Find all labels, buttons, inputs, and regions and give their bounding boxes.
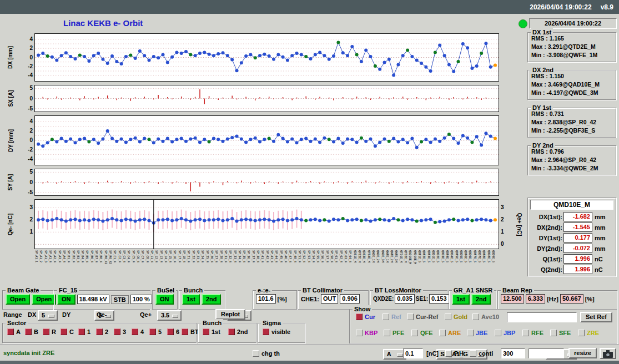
set-ref-button[interactable]: Set Ref (580, 312, 612, 322)
show-ave10-checkbox[interactable] (472, 314, 479, 320)
x-axis-tick-label: QAD10E_M (409, 250, 412, 264)
y-tick-label: 2 (18, 46, 33, 51)
x-axis-tick-label: SP_43_4 (270, 250, 274, 262)
x-axis-tick-label: SP_23_4 (197, 250, 200, 262)
conti-checkbox[interactable] (470, 350, 476, 357)
sector-3-label: 3 (123, 328, 126, 335)
show-zre-checkbox[interactable] (578, 330, 585, 336)
sigma-visible-checkbox[interactable] (263, 328, 269, 335)
fc15-on-button[interactable]: ON (57, 294, 76, 305)
x-axis-tick-label: SP_B6_4 (90, 250, 94, 262)
x-axis-tick-label: SP_52_4 (303, 250, 306, 262)
x-axis-tick-label: SP_A4_4 (63, 250, 66, 262)
sector-6-checkbox[interactable] (167, 328, 174, 335)
points-input[interactable] (501, 348, 525, 358)
x-axis-tick-label: SP_B2_4 (72, 250, 76, 262)
sector-b-checkbox[interactable] (25, 328, 32, 335)
show-ref-checkbox[interactable] (383, 314, 389, 320)
sector-item-bt: BT (182, 328, 199, 335)
beam-rep-hz-unit: [Hz] (547, 296, 558, 302)
sector-1-checkbox[interactable] (78, 328, 85, 335)
show-gold-checkbox[interactable] (445, 314, 451, 320)
bunch-2nd-button[interactable]: 2nd (202, 294, 222, 305)
show-pfe-checkbox[interactable] (384, 330, 390, 336)
bunch-2nd-checkbox[interactable] (228, 328, 235, 335)
sector-bt-checkbox[interactable] (182, 328, 188, 335)
resize-button[interactable]: resize (568, 348, 597, 358)
range-dx-select[interactable]: 5 (38, 310, 58, 321)
ph-checkbox[interactable] (445, 350, 452, 357)
statusbar-divider (0, 344, 619, 345)
chg-th-checkbox[interactable] (253, 350, 259, 357)
sector-4-label: 4 (140, 328, 144, 335)
x-axis-tick-label: SP_B8_4 (99, 250, 103, 262)
spare-input[interactable] (529, 348, 564, 358)
plot-sy[interactable]: SY [A] 50-5 (34, 169, 499, 196)
sector-a-label: A (16, 328, 21, 335)
bunch-select-group: Bunch 1st 2nd (198, 323, 256, 343)
bunch-1st-button[interactable]: 1st (182, 294, 200, 305)
gr-a1-2nd-button[interactable]: 2nd (471, 294, 491, 305)
plot-sx[interactable]: SX [A] 50-5 (34, 85, 499, 112)
plot-qe[interactable]: Qe- [nC] Qe+ [nC] 3213210 (34, 199, 499, 249)
stat-rms: RMS : 1.165 (531, 35, 564, 42)
show-are-checkbox[interactable] (439, 330, 446, 336)
sector-item-5: 5 (149, 328, 162, 335)
x-axis-tick-label: SP_B7_4 (95, 250, 98, 262)
fc15-pct-display: 100 % (130, 295, 152, 304)
range-qem-select[interactable]: 3.5 (157, 310, 182, 321)
stat-rms: RMS : 0.731 (531, 110, 564, 117)
che1-status-display: OUT (321, 294, 338, 304)
show-qfe-checkbox[interactable] (411, 330, 418, 336)
range-qep-label: Qe+ (140, 311, 152, 318)
bunch-item-1st: 1st (203, 328, 220, 335)
replot-button[interactable]: Replot (215, 309, 245, 320)
show-item-sfe: SFE (550, 330, 571, 336)
sector-a-checkbox[interactable] (7, 328, 14, 335)
busel-on-button[interactable]: ON (155, 294, 174, 305)
show-rfe-checkbox[interactable] (522, 330, 529, 336)
sector-r-checkbox[interactable] (43, 328, 49, 335)
titlebar: 2026/04/04 19:00:22 v8.9 (0, 0, 619, 14)
sector-c-checkbox[interactable] (61, 328, 67, 335)
x-axis-labels: SP_A1_1SP_A1_2SP_A1_3SP_A1_4SP_A2_4SP_A3… (35, 249, 499, 285)
snapshot-button[interactable] (600, 348, 616, 359)
beam-gate-open-button-2[interactable]: Open (32, 294, 56, 305)
x-axis-tick-label: SP_R0_42 (109, 250, 112, 264)
show-cur-checkbox[interactable] (356, 314, 363, 320)
show-kbp-label: KBP (365, 330, 378, 336)
bpm-monitor-panel: QMD10E_M DX(1st): -1.682 mm DX(2nd): -1.… (527, 198, 616, 276)
monitor-row: Q(2nd): 1.996 nC (529, 265, 603, 274)
threshold-input[interactable] (403, 348, 423, 358)
plot-dx[interactable]: DX [mm] 420-2-4 (34, 33, 499, 82)
range-qem-label: Qe- (97, 311, 107, 318)
bunch-1st-checkbox[interactable] (203, 328, 209, 335)
group-title: Sigma (261, 319, 283, 327)
show-sfe-label: SFE (559, 330, 571, 336)
y-tick-label: 2 (18, 217, 33, 223)
x-axis-tick-label: QTD1E_M (400, 250, 403, 262)
stat-min: Min : -3.334@QWDE_2M (531, 165, 598, 171)
show-pfe-label: PFE (392, 330, 404, 336)
threshold-unit: [nC] (426, 350, 439, 357)
ref-name-input[interactable] (507, 312, 577, 322)
show-kbp-checkbox[interactable] (356, 330, 363, 336)
show-jbe-checkbox[interactable] (467, 330, 474, 336)
sector-2-checkbox[interactable] (96, 328, 103, 335)
plot-dy[interactable]: DY [mm] 420-2-4 (34, 115, 499, 165)
y-tick-label: -4 (18, 73, 33, 78)
beam-gate-open-button-1[interactable]: Open (6, 294, 30, 305)
gr-a1-1st-button[interactable]: 1st (452, 294, 470, 305)
qxd2e-display: 0.035 (395, 294, 415, 304)
sector-3-checkbox[interactable] (114, 328, 120, 335)
y-tick-label: 0 (18, 180, 33, 185)
show-jbp-checkbox[interactable] (495, 330, 501, 336)
sector-5-checkbox[interactable] (149, 328, 156, 335)
x-axis-tick-label: SP_16_4 (173, 250, 177, 262)
show-cur-ref-checkbox[interactable] (407, 314, 414, 320)
show-sfe-checkbox[interactable] (550, 330, 557, 336)
x-axis-tick-label: SP_A1_3 (44, 250, 48, 262)
x-axis-tick-label: QBF4E_S (446, 250, 449, 262)
x-axis-tick-label: SP_C4_4 (127, 250, 130, 262)
sector-4-checkbox[interactable] (132, 328, 138, 335)
